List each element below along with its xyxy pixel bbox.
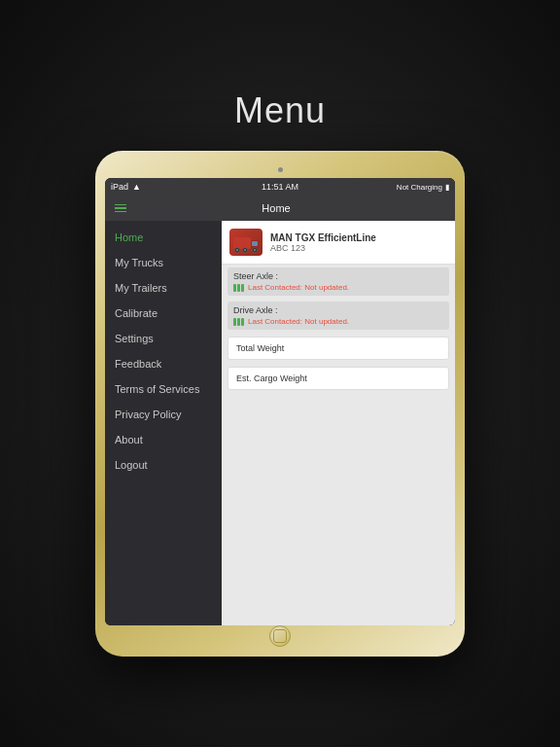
status-time: 11:51 AM xyxy=(262,182,298,192)
sensor-bar-1 xyxy=(233,284,236,292)
truck-card[interactable]: MAN TGX EfficientLine ABC 123 xyxy=(222,221,455,265)
home-button-inner xyxy=(273,629,287,643)
status-bar: iPad ▲ 11:51 AM Not Charging ▮ xyxy=(105,178,455,196)
sidebar-item-terms-of-services[interactable]: Terms of Services xyxy=(105,376,222,402)
charging-label: Not Charging xyxy=(397,183,442,192)
cargo-weight-section: Est. Cargo Weight xyxy=(228,367,449,390)
drive-axle-status-row: Last Contacted: Not updated. xyxy=(233,317,443,326)
svg-point-6 xyxy=(236,249,238,251)
home-button[interactable] xyxy=(269,625,291,647)
sidebar-item-feedback[interactable]: Feedback xyxy=(105,351,222,376)
sidebar-item-about[interactable]: About xyxy=(105,427,222,452)
wifi-icon: ▲ xyxy=(132,182,141,192)
steer-axle-section: Steer Axle : Last Contacted: Not updated… xyxy=(228,267,449,296)
sidebar-item-privacy-policy[interactable]: Privacy Policy xyxy=(105,402,222,427)
drive-axle-sensor xyxy=(233,318,244,326)
svg-rect-2 xyxy=(252,241,258,246)
total-weight-label: Total Weight xyxy=(236,343,440,353)
steer-axle-status-text: Last Contacted: Not updated. xyxy=(248,283,349,292)
sensor-bar-5 xyxy=(237,318,240,326)
steer-axle-status-row: Last Contacted: Not updated. xyxy=(233,283,443,292)
nav-bar: Home xyxy=(105,196,455,221)
cargo-weight-label: Est. Cargo Weight xyxy=(236,374,440,383)
svg-rect-0 xyxy=(233,237,251,249)
battery-icon: ▮ xyxy=(445,183,449,192)
drive-axle-section: Drive Axle : Last Contacted: Not updated… xyxy=(228,302,449,330)
truck-id: ABC 123 xyxy=(270,243,447,253)
sidebar: Home My Trucks My Trailers Calibrate Set… xyxy=(105,221,222,625)
sensor-bar-6 xyxy=(241,318,244,326)
sidebar-item-logout[interactable]: Logout xyxy=(105,452,222,478)
sidebar-item-calibrate[interactable]: Calibrate xyxy=(105,301,222,326)
ipad-top-bar xyxy=(105,160,455,178)
nav-title: Home xyxy=(262,202,290,214)
sidebar-item-home[interactable]: Home xyxy=(105,225,222,250)
svg-point-7 xyxy=(244,249,246,251)
status-left: iPad ▲ xyxy=(111,182,141,192)
truck-icon xyxy=(229,229,262,256)
steer-axle-label: Steer Axle : xyxy=(233,271,443,281)
ipad-device: iPad ▲ 11:51 AM Not Charging ▮ Home Home xyxy=(95,151,465,657)
svg-point-8 xyxy=(254,249,256,251)
page-title: Menu xyxy=(234,90,326,131)
sensor-bar-3 xyxy=(241,284,244,292)
truck-info: MAN TGX EfficientLine ABC 123 xyxy=(270,232,447,253)
ipad-label: iPad xyxy=(111,182,128,192)
app-content: Home My Trucks My Trailers Calibrate Set… xyxy=(105,221,455,625)
sidebar-item-settings[interactable]: Settings xyxy=(105,326,222,351)
main-content: MAN TGX EfficientLine ABC 123 Steer Axle… xyxy=(222,221,455,625)
sensor-bar-4 xyxy=(233,318,236,326)
ipad-camera xyxy=(278,167,283,172)
status-right: Not Charging ▮ xyxy=(397,183,449,192)
truck-name: MAN TGX EfficientLine xyxy=(270,232,447,243)
ipad-screen: iPad ▲ 11:51 AM Not Charging ▮ Home Home xyxy=(105,178,455,625)
ipad-bottom-bar xyxy=(269,625,291,647)
sensor-bar-2 xyxy=(237,284,240,292)
drive-axle-status-text: Last Contacted: Not updated. xyxy=(248,317,349,326)
sidebar-item-my-trailers[interactable]: My Trailers xyxy=(105,275,222,301)
sidebar-item-my-trucks[interactable]: My Trucks xyxy=(105,250,222,275)
steer-axle-sensor xyxy=(233,284,244,292)
drive-axle-label: Drive Axle : xyxy=(233,305,443,315)
hamburger-icon[interactable] xyxy=(115,204,126,213)
total-weight-section: Total Weight xyxy=(228,337,449,360)
